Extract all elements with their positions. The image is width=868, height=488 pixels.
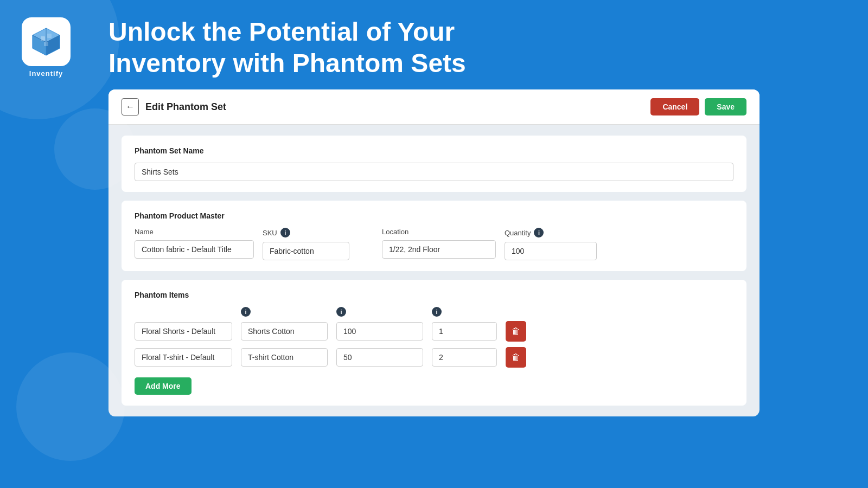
save-button[interactable]: Save bbox=[705, 98, 746, 115]
headline-line2: Inventory with Phantom Sets bbox=[108, 48, 466, 79]
master-location-input[interactable] bbox=[382, 240, 496, 259]
item-2-ratio-cell bbox=[432, 348, 497, 367]
master-sku-input[interactable] bbox=[263, 242, 349, 260]
item-2-sku-input[interactable] bbox=[241, 348, 328, 367]
item-1-ratio-input[interactable] bbox=[432, 322, 497, 341]
item-1-qty-cell bbox=[336, 322, 423, 341]
main-card: ← Edit Phantom Set Cancel Save Phantom S… bbox=[108, 89, 760, 416]
master-location-header: Location bbox=[382, 228, 496, 236]
master-location-col: Location bbox=[382, 228, 496, 259]
bg-decoration-1 bbox=[0, 0, 119, 119]
items-ratio-info-icon[interactable]: i bbox=[432, 307, 442, 317]
master-quantity-header: Quantity i bbox=[505, 228, 597, 237]
master-columns: Name SKU i Location bbox=[135, 228, 733, 260]
master-name-col: Name bbox=[135, 228, 254, 259]
card-header: ← Edit Phantom Set Cancel Save bbox=[108, 89, 760, 125]
cancel-button[interactable]: Cancel bbox=[650, 98, 699, 115]
item-2-delete-cell: 🗑 bbox=[506, 347, 533, 368]
add-more-button[interactable]: Add More bbox=[135, 377, 192, 395]
phantom-set-name-section: Phantom Set Name bbox=[122, 136, 746, 192]
card-body: Phantom Set Name Phantom Product Master … bbox=[108, 125, 760, 416]
phantom-product-master-title: Phantom Product Master bbox=[135, 211, 733, 220]
phantom-items-title: Phantom Items bbox=[135, 291, 733, 299]
back-button[interactable]: ← bbox=[122, 98, 139, 115]
master-sku-col: SKU i bbox=[263, 228, 349, 260]
item-1-sku-cell bbox=[241, 322, 328, 341]
item-1-ratio-cell bbox=[432, 322, 497, 341]
bg-decoration-2 bbox=[16, 352, 125, 461]
item-2-name-cell bbox=[135, 348, 232, 367]
bg-decoration-3 bbox=[54, 108, 136, 190]
master-quantity-col: Quantity i bbox=[505, 228, 597, 260]
table-row: 🗑 bbox=[135, 321, 733, 342]
items-ratio-col-header: i bbox=[432, 307, 497, 317]
items-qty-info-icon[interactable]: i bbox=[336, 307, 346, 317]
item-1-name-input[interactable] bbox=[135, 322, 232, 341]
delete-icon-1: 🗑 bbox=[512, 326, 520, 336]
item-2-qty-input[interactable] bbox=[336, 348, 423, 367]
master-name-input[interactable] bbox=[135, 240, 254, 259]
item-2-delete-button[interactable]: 🗑 bbox=[506, 347, 526, 368]
phantom-product-master-section: Phantom Product Master Name SKU i bbox=[122, 201, 746, 271]
items-qty-col-header: i bbox=[336, 307, 423, 317]
master-name-header: Name bbox=[135, 228, 254, 236]
item-2-ratio-input[interactable] bbox=[432, 348, 497, 367]
headline-line1: Unlock the Potential of Your bbox=[108, 16, 466, 48]
header-buttons: Cancel Save bbox=[650, 98, 746, 115]
item-1-delete-cell: 🗑 bbox=[506, 321, 533, 342]
item-2-qty-cell bbox=[336, 348, 423, 367]
item-2-sku-cell bbox=[241, 348, 328, 367]
item-1-name-cell bbox=[135, 322, 232, 341]
item-2-name-input[interactable] bbox=[135, 348, 232, 367]
table-row: 🗑 bbox=[135, 347, 733, 368]
items-sku-info-icon[interactable]: i bbox=[241, 307, 251, 317]
sku-info-icon[interactable]: i bbox=[280, 228, 290, 237]
item-1-delete-button[interactable]: 🗑 bbox=[506, 321, 526, 342]
card-title: Edit Phantom Set bbox=[145, 101, 226, 113]
items-column-headers: i i i bbox=[135, 307, 733, 317]
card-header-left: ← Edit Phantom Set bbox=[122, 98, 226, 115]
delete-icon-2: 🗑 bbox=[512, 352, 520, 362]
phantom-set-name-input[interactable] bbox=[135, 163, 733, 181]
master-sku-header: SKU i bbox=[263, 228, 349, 237]
headline: Unlock the Potential of Your Inventory w… bbox=[108, 16, 466, 79]
phantom-set-name-title: Phantom Set Name bbox=[135, 146, 733, 155]
item-1-qty-input[interactable] bbox=[336, 322, 423, 341]
item-1-sku-input[interactable] bbox=[241, 322, 328, 341]
items-sku-col-header: i bbox=[241, 307, 328, 317]
quantity-info-icon[interactable]: i bbox=[534, 228, 544, 237]
master-quantity-input[interactable] bbox=[505, 242, 597, 260]
page-header: Inventify Unlock the Potential of Your I… bbox=[0, 0, 868, 89]
phantom-items-section: Phantom Items i i i bbox=[122, 280, 746, 406]
